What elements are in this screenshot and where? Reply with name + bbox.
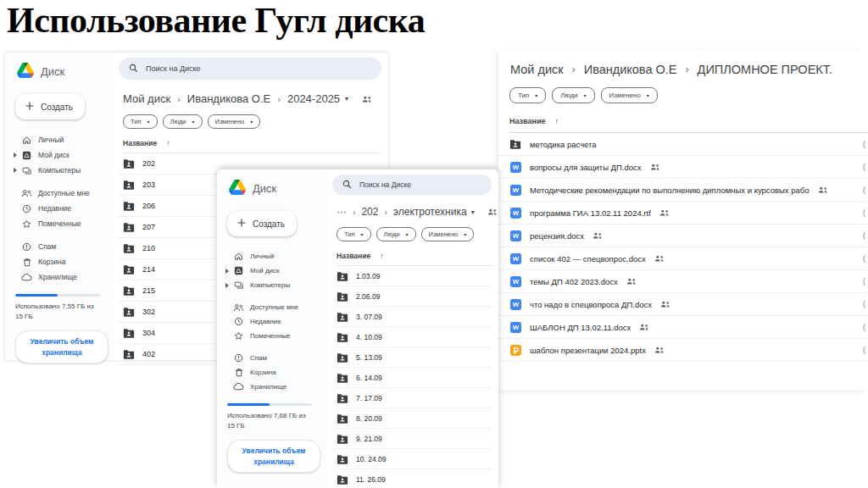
sidebar-item[interactable]: Компьютеры: [12, 163, 110, 178]
new-button[interactable]: Создать: [227, 211, 297, 236]
sidebar-item[interactable]: Помеченные: [12, 216, 110, 231]
breadcrumb-current[interactable]: 2024-2025: [287, 92, 340, 105]
clock-icon: [233, 317, 244, 326]
filter-chip[interactable]: Тип ▾: [509, 87, 546, 103]
drive-logo[interactable]: Диск: [12, 59, 110, 80]
folder-row[interactable]: 4. 10.09: [332, 327, 492, 347]
file-row[interactable]: методика расчета (: [498, 133, 868, 156]
sidebar-item[interactable]: Хранилище: [224, 380, 324, 394]
sort-arrow-up-icon[interactable]: ↑: [554, 117, 559, 125]
file-row[interactable]: Методические рекомендации по выполнению …: [498, 179, 868, 202]
breadcrumb-separator: ›: [572, 64, 576, 75]
filter-chip[interactable]: Изменено ▾: [208, 114, 261, 129]
folder-name: 215: [142, 286, 155, 295]
file-row[interactable]: шаблон презентации 2024.pptx (: [498, 339, 868, 362]
expand-arrow-icon[interactable]: [225, 283, 229, 288]
file-row[interactable]: программа ГИА 13.02.11 2024.rtf (: [498, 202, 868, 225]
breadcrumb-ellipsis[interactable]: ···: [337, 206, 347, 218]
breadcrumb-item[interactable]: Ивандикова О.Е: [187, 92, 270, 105]
expand-arrow-icon[interactable]: [225, 269, 229, 274]
breadcrumb-item[interactable]: Мой диск: [123, 92, 170, 105]
file-name: список 402 — спецвопрос.docx: [530, 254, 646, 263]
filter-chip[interactable]: Тип ▾: [337, 227, 371, 241]
breadcrumb-separator: ›: [685, 64, 688, 75]
word-icon: [509, 162, 521, 173]
folder-icon: [509, 139, 521, 149]
file-row[interactable]: ШАБЛОН ДП 13.02.11.docx (: [498, 316, 868, 339]
new-button[interactable]: Создать: [15, 94, 85, 119]
folder-name: 3. 07.09: [356, 313, 382, 321]
sidebar-item[interactable]: Спам: [224, 351, 324, 365]
upgrade-storage-button[interactable]: Увеличить объем хранилища: [15, 330, 108, 364]
sidebar-item[interactable]: Спам: [12, 239, 110, 254]
folder-row[interactable]: 2.06.09: [332, 286, 492, 307]
chevron-down-icon: ▾: [464, 231, 466, 237]
sidebar-item[interactable]: Компьютеры: [224, 278, 324, 292]
filter-chip[interactable]: Тип ▾: [123, 114, 158, 129]
sidebar-item[interactable]: Мой диск: [224, 263, 324, 278]
sidebar-item[interactable]: Личный: [224, 249, 324, 263]
sidebar-item[interactable]: Доступные мне: [12, 186, 110, 201]
folder-name: 210: [142, 244, 155, 252]
filter-chip[interactable]: Люди ▾: [376, 227, 416, 241]
storage-progressbar: [227, 403, 312, 406]
chevron-down-icon: ▾: [584, 92, 587, 98]
column-header-name[interactable]: Название ↑: [337, 252, 492, 266]
people-icon: [233, 303, 244, 312]
shared-folder-icon: [337, 352, 348, 363]
sort-arrow-up-icon[interactable]: ↑: [380, 252, 383, 260]
trash-icon: [233, 368, 244, 377]
folder-row[interactable]: 5. 13.09: [332, 347, 492, 368]
breadcrumb-item[interactable]: 202: [361, 206, 378, 218]
expand-arrow-icon[interactable]: [14, 152, 17, 158]
sidebar-item[interactable]: Мой диск: [12, 147, 110, 163]
sidebar-nav: Личный Мой диск Компьютеры До: [224, 249, 324, 394]
breadcrumb-current[interactable]: ДИПЛОМНОЕ ПРОЕКТ.: [698, 63, 832, 76]
filter-chip[interactable]: Люди ▾: [163, 114, 203, 129]
computers-icon: [21, 166, 32, 175]
folder-row[interactable]: 6. 14.09: [332, 368, 492, 388]
filter-chip[interactable]: Люди ▾: [552, 87, 594, 103]
breadcrumb-current[interactable]: электротехника: [393, 206, 467, 218]
filter-chip[interactable]: Изменено ▾: [601, 87, 658, 103]
sidebar-item[interactable]: Корзина: [224, 365, 324, 380]
folder-row[interactable]: 8. 20.09: [332, 408, 492, 429]
folder-row[interactable]: 7. 17.09: [332, 388, 492, 408]
column-header-name[interactable]: Название ↑: [509, 117, 868, 133]
drive-window-files: Мой диск › Ивандикова О.Е › ДИПЛОМНОЕ ПР…: [498, 49, 868, 390]
folder-row[interactable]: 1.03.09: [332, 266, 492, 286]
sidebar-item[interactable]: Недавние: [12, 201, 110, 216]
shared-folder-icon: [337, 454, 348, 464]
breadcrumb-item[interactable]: Мой диск: [510, 63, 564, 76]
sidebar-item[interactable]: Личный: [12, 132, 110, 147]
sidebar-item[interactable]: Доступные мне: [224, 300, 324, 314]
file-row[interactable]: что надо в спецвопроса ДП.docx (: [498, 293, 868, 316]
sidebar-item[interactable]: Корзина: [12, 254, 110, 269]
breadcrumb-item[interactable]: Ивандикова О.Е: [584, 63, 677, 76]
file-row[interactable]: список 402 — спецвопрос.docx (: [498, 247, 868, 270]
sidebar-item[interactable]: Недавние: [224, 314, 324, 329]
folder-row[interactable]: 11. 26.09: [332, 469, 492, 488]
drive-logo[interactable]: Диск: [224, 176, 324, 197]
sort-arrow-up-icon[interactable]: ↑: [166, 139, 170, 147]
folder-row[interactable]: 9. 21.09: [332, 429, 492, 449]
folder-row[interactable]: 10. 24.09: [332, 449, 492, 469]
chevron-down-icon[interactable]: ▾: [471, 208, 475, 216]
chevron-down-icon[interactable]: ▾: [345, 95, 348, 103]
search-input[interactable]: Поиск на Диске: [119, 58, 381, 80]
star-icon: [21, 219, 32, 229]
folder-row[interactable]: 3. 07.09: [332, 307, 492, 327]
upgrade-storage-button[interactable]: Увеличить объем хранилища: [227, 440, 320, 474]
shared-folder-icon: [123, 286, 135, 296]
sidebar-item-label: Корзина: [250, 369, 275, 376]
sidebar-item[interactable]: Хранилище: [12, 269, 110, 285]
expand-arrow-icon[interactable]: [14, 168, 17, 173]
file-row[interactable]: рецензия.docx (: [498, 225, 868, 247]
column-header-name[interactable]: Название ↑: [123, 139, 381, 153]
sidebar-item[interactable]: Помеченные: [224, 329, 324, 343]
sidebar-item-label: Спам: [250, 354, 267, 362]
file-row[interactable]: вопросы для защиты ДП.docx (: [498, 156, 868, 179]
search-input[interactable]: Поиск на Диске: [332, 175, 492, 195]
file-row[interactable]: темы ДП 402 2023.docx (: [498, 270, 868, 293]
filter-chip[interactable]: Изменено ▾: [421, 227, 475, 241]
